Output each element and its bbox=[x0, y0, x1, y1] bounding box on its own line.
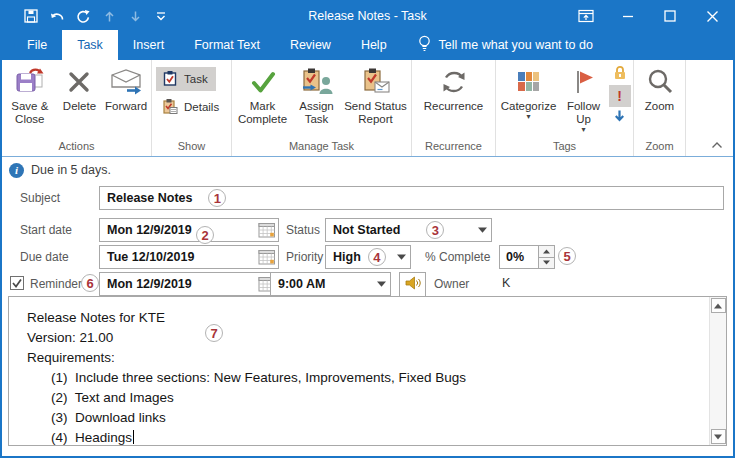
reminder-label: Reminder bbox=[30, 277, 82, 291]
group-label-actions: Actions bbox=[2, 139, 151, 156]
tab-insert[interactable]: Insert bbox=[118, 30, 179, 60]
forward-icon bbox=[109, 66, 143, 98]
reminder-time-dropdown[interactable]: 9:00 AM bbox=[270, 272, 391, 296]
low-importance-button[interactable] bbox=[609, 108, 631, 127]
priority-label: Priority bbox=[286, 250, 323, 264]
start-date-calendar-icon[interactable] bbox=[256, 219, 278, 241]
forward-button[interactable]: Forward bbox=[101, 62, 151, 113]
reminder-sound-button[interactable] bbox=[399, 272, 426, 297]
window-controls bbox=[565, 2, 733, 30]
maximize-icon[interactable] bbox=[649, 2, 691, 30]
assign-task-label: Assign Task bbox=[292, 100, 342, 126]
spin-up-icon[interactable] bbox=[539, 246, 554, 258]
tab-task[interactable]: Task bbox=[62, 30, 118, 60]
reminder-time-dropdown-arrow-icon[interactable] bbox=[372, 273, 390, 295]
undo-icon[interactable] bbox=[44, 2, 70, 30]
tab-file[interactable]: File bbox=[12, 30, 62, 60]
reminder-checkbox[interactable] bbox=[10, 276, 24, 290]
save-close-button[interactable]: Save & Close bbox=[2, 62, 58, 126]
collapse-ribbon-icon[interactable] bbox=[711, 135, 723, 153]
spin-down-icon[interactable] bbox=[539, 258, 554, 269]
move-up-icon[interactable] bbox=[96, 2, 122, 30]
categorize-icon bbox=[516, 66, 542, 98]
follow-up-flag-icon bbox=[573, 66, 595, 98]
high-importance-button[interactable]: ! bbox=[609, 85, 631, 107]
mark-complete-label: Mark Complete bbox=[234, 100, 292, 126]
start-date-label: Start date bbox=[20, 223, 72, 237]
priority-dropdown-arrow-icon[interactable] bbox=[392, 246, 410, 268]
speaker-icon bbox=[404, 275, 422, 294]
task-body-editor[interactable]: Release Notes for KTE Version: 21.00 Req… bbox=[8, 296, 727, 446]
status-value: Not Started bbox=[333, 223, 400, 237]
minimize-icon[interactable] bbox=[607, 2, 649, 30]
assign-task-button[interactable]: Assign Task bbox=[292, 62, 342, 126]
ribbon-group-tags: Categorize ▾ Follow Up ▾ bbox=[496, 60, 634, 156]
move-down-icon[interactable] bbox=[122, 2, 148, 30]
zoom-label: Zoom bbox=[645, 100, 674, 113]
categorize-button[interactable]: Categorize ▾ bbox=[497, 62, 561, 121]
due-date-input[interactable]: Tue 12/10/2019 bbox=[99, 245, 279, 269]
owner-value: K bbox=[502, 276, 510, 290]
assign-task-icon bbox=[301, 66, 333, 98]
private-lock-button[interactable] bbox=[609, 65, 631, 84]
show-details-button[interactable]: Details bbox=[156, 95, 227, 119]
redo-icon[interactable] bbox=[70, 2, 96, 30]
body-scrollbar[interactable] bbox=[709, 297, 726, 445]
ribbon-display-options-icon[interactable] bbox=[565, 2, 607, 30]
percent-complete-spinner[interactable]: 0% bbox=[499, 245, 555, 269]
tell-me-box[interactable]: Tell me what you want to do bbox=[418, 30, 593, 60]
body-list-item: (4) Headings bbox=[27, 428, 700, 448]
body-list-item: (1) Include three sections: New Features… bbox=[27, 368, 700, 388]
customize-quick-access-icon[interactable] bbox=[148, 2, 174, 30]
owner-label: Owner bbox=[434, 277, 469, 291]
zoom-button[interactable]: Zoom bbox=[637, 62, 683, 113]
tab-format-text[interactable]: Format Text bbox=[179, 30, 275, 60]
percent-complete-value: 0% bbox=[506, 250, 524, 264]
priority-dropdown[interactable]: High 4 bbox=[325, 245, 411, 269]
close-icon[interactable] bbox=[691, 2, 733, 30]
info-icon: i bbox=[9, 163, 24, 178]
start-date-input[interactable]: Mon 12/9/2019 bbox=[99, 218, 279, 242]
delete-button[interactable]: Delete bbox=[58, 62, 102, 113]
reminder-date-input[interactable]: Mon 12/9/2019 bbox=[99, 272, 279, 296]
ribbon-group-manage-task: Mark Complete Assign Task Send Status Re… bbox=[232, 60, 412, 156]
details-clipboard-icon bbox=[162, 98, 178, 116]
task-window: Release Notes - Task File Task Insert Fo… bbox=[0, 0, 735, 458]
status-dropdown-arrow-icon[interactable] bbox=[473, 219, 491, 241]
show-details-label: Details bbox=[184, 101, 219, 113]
annotation-2: 2 bbox=[196, 226, 214, 244]
info-bar: i Due in 5 days. bbox=[2, 157, 733, 183]
scroll-down-icon[interactable] bbox=[711, 429, 726, 444]
body-line: Version: 21.00 bbox=[27, 328, 700, 348]
scroll-up-icon[interactable] bbox=[711, 298, 726, 313]
mark-complete-check-icon bbox=[248, 66, 278, 98]
quick-access-toolbar bbox=[18, 2, 174, 30]
ribbon-tab-bar: File Task Insert Format Text Review Help… bbox=[2, 30, 733, 60]
subject-input[interactable]: Release Notes 1 bbox=[99, 186, 724, 210]
save-icon[interactable] bbox=[18, 2, 44, 30]
mark-complete-button[interactable]: Mark Complete bbox=[234, 62, 292, 126]
priority-value: High bbox=[333, 250, 361, 264]
send-status-report-button[interactable]: Send Status Report bbox=[342, 62, 410, 126]
info-text: Due in 5 days. bbox=[31, 163, 111, 177]
group-label-tags: Tags bbox=[496, 139, 633, 156]
task-form: Subject Release Notes 1 Start date Mon 1… bbox=[2, 183, 733, 295]
annotation-3: 3 bbox=[426, 221, 444, 239]
forward-label: Forward bbox=[105, 100, 147, 113]
tab-help[interactable]: Help bbox=[346, 30, 402, 60]
status-dropdown[interactable]: Not Started 3 bbox=[325, 218, 492, 242]
group-label-manage-task: Manage Task bbox=[232, 139, 411, 156]
follow-up-button[interactable]: Follow Up ▾ bbox=[561, 62, 607, 134]
categorize-dropdown-caret-icon: ▾ bbox=[526, 113, 530, 121]
body-list-item: (3) Download links bbox=[27, 408, 700, 428]
recurrence-button[interactable]: Recurrence bbox=[417, 62, 491, 113]
due-date-calendar-icon[interactable] bbox=[256, 246, 278, 268]
private-lock-icon bbox=[612, 65, 628, 84]
annotation-6: 6 bbox=[81, 274, 99, 292]
show-task-button[interactable]: Task bbox=[156, 67, 216, 91]
tab-review[interactable]: Review bbox=[275, 30, 346, 60]
task-clipboard-icon bbox=[162, 70, 178, 88]
delete-label: Delete bbox=[63, 100, 96, 113]
subject-label: Subject bbox=[20, 191, 60, 205]
tell-me-label: Tell me what you want to do bbox=[439, 38, 593, 52]
